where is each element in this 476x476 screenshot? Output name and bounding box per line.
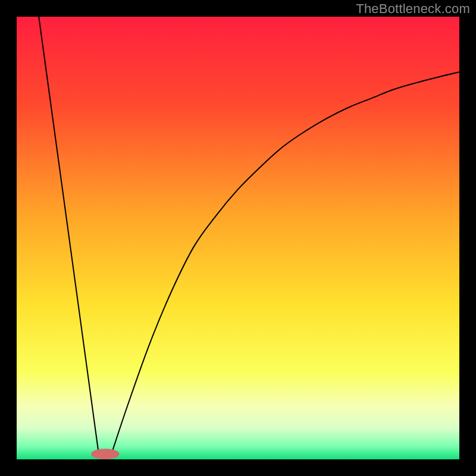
- dip-marker: [91, 449, 120, 459]
- plot-area: [17, 17, 459, 459]
- chart-frame: TheBottleneck.com: [0, 0, 476, 476]
- attribution-text: TheBottleneck.com: [356, 1, 470, 17]
- gradient-background: [17, 17, 459, 459]
- gradient-chart: [17, 17, 459, 459]
